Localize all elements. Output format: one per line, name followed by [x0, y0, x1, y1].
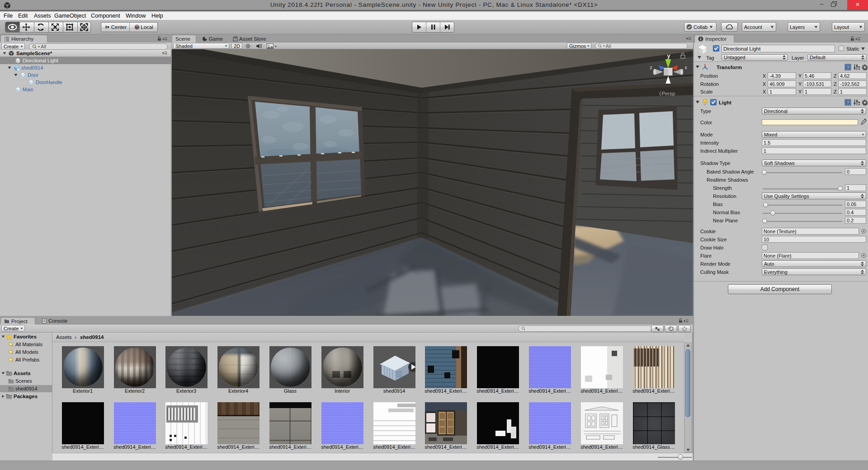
svg-text:?: ? — [847, 65, 849, 70]
svg-text:x: x — [684, 65, 687, 70]
svg-text:⟨ Persp: ⟨ Persp — [659, 91, 675, 96]
svg-text:z: z — [650, 65, 652, 70]
svg-text:y: y — [667, 53, 670, 59]
svg-text:?: ? — [847, 100, 849, 105]
